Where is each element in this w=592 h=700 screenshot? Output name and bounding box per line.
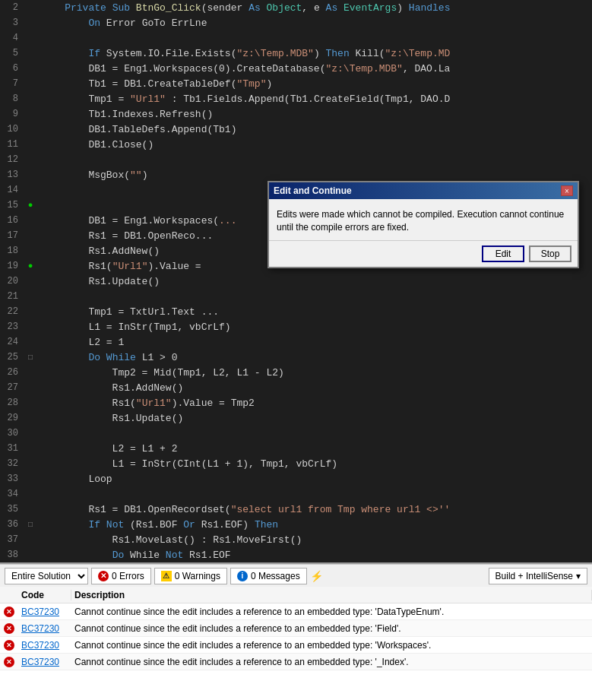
line-content: Do While L1 > 0 bbox=[38, 352, 592, 363]
error-description: Cannot continue since the edit includes … bbox=[71, 607, 592, 617]
line-number: 5 bbox=[0, 48, 23, 59]
warning-icon: ⚠ bbox=[161, 571, 172, 581]
line-number: 16 bbox=[0, 215, 23, 226]
table-row: 33 Loop bbox=[0, 471, 592, 486]
messages-button[interactable]: i 0 Messages bbox=[230, 568, 307, 584]
dialog-footer: Edit Stop bbox=[269, 241, 578, 267]
line-number: 4 bbox=[0, 33, 23, 43]
line-indicator: □ bbox=[23, 353, 38, 362]
edit-button[interactable]: Edit bbox=[482, 245, 524, 262]
error-code[interactable]: BC37230 bbox=[18, 623, 71, 634]
list-item[interactable]: ✕ BC37230 Cannot continue since the edit… bbox=[0, 620, 592, 637]
error-toolbar: Entire Solution ✕ 0 Errors ⚠ 0 Warnings … bbox=[0, 564, 592, 587]
table-row: 37 Rs1.MoveLast() : Rs1.MoveFirst() bbox=[0, 532, 592, 547]
table-row: 28 Rs1("Url1").Value = Tmp2 bbox=[0, 395, 592, 410]
line-content: If System.IO.File.Exists("z:\Temp.MDB") … bbox=[38, 48, 592, 59]
error-icon: ✕ bbox=[98, 571, 109, 581]
line-number: 37 bbox=[0, 534, 23, 545]
line-number: 18 bbox=[0, 245, 23, 256]
dialog-body: Edits were made which cannot be compiled… bbox=[269, 199, 578, 241]
line-content: Rs1("Url1").Value = Tmp2 bbox=[38, 398, 592, 409]
line-number: 13 bbox=[0, 169, 23, 180]
line-number: 22 bbox=[0, 306, 23, 317]
line-number: 27 bbox=[0, 382, 23, 393]
line-content: L2 = L1 + 2 bbox=[38, 443, 592, 455]
table-row: 31 L2 = L1 + 2 bbox=[0, 441, 592, 456]
table-row: 5 If System.IO.File.Exists("z:\Temp.MDB"… bbox=[0, 46, 592, 61]
table-row: 29 Rs1.Update() bbox=[0, 410, 592, 426]
table-row: 36□ If Not (Rs1.BOF Or Rs1.EOF) Then bbox=[0, 517, 592, 532]
list-item[interactable]: ✕ BC37230 Cannot continue since the edit… bbox=[0, 603, 592, 620]
build-label: Build + IntelliSense bbox=[495, 571, 573, 581]
error-list-panel: Entire Solution ✕ 0 Errors ⚠ 0 Warnings … bbox=[0, 562, 592, 700]
errors-label: 0 Errors bbox=[112, 571, 144, 581]
table-row: 12 bbox=[0, 152, 592, 167]
dialog-message: Edits were made which cannot be compiled… bbox=[277, 209, 564, 233]
line-content: Rs1.Update() bbox=[38, 413, 592, 424]
line-number: 38 bbox=[0, 550, 23, 560]
list-item[interactable]: ✕ BC37230 Cannot continue since the edit… bbox=[0, 637, 592, 654]
line-number: 21 bbox=[0, 291, 23, 302]
line-number: 17 bbox=[0, 230, 23, 241]
error-icon: ✕ bbox=[4, 657, 14, 667]
line-number: 7 bbox=[0, 78, 23, 89]
line-number: 25 bbox=[0, 352, 23, 363]
table-row: 38 Do While Not Rs1.EOF bbox=[0, 547, 592, 562]
line-content: Rs1 = DB1.OpenRecordset("select url1 fro… bbox=[38, 504, 592, 515]
dialog-close-button[interactable]: × bbox=[561, 185, 573, 196]
table-row: 3 On Error GoTo ErrLne bbox=[0, 15, 592, 30]
line-content: Rs1.Update() bbox=[38, 276, 592, 287]
errors-button[interactable]: ✕ 0 Errors bbox=[91, 568, 151, 584]
line-content: Do While Not Rs1.EOF bbox=[38, 550, 592, 561]
col-code-header[interactable]: Code bbox=[18, 590, 71, 600]
error-code[interactable]: BC37230 bbox=[18, 657, 71, 667]
line-number: 26 bbox=[0, 367, 23, 378]
line-number: 14 bbox=[0, 185, 23, 195]
line-content: Tmp1 = "Url1" : Tb1.Fields.Append(Tb1.Cr… bbox=[38, 93, 592, 105]
line-content: DB1 = Eng1.Workspaces(0).CreateDatabase(… bbox=[38, 63, 592, 74]
line-number: 8 bbox=[0, 93, 23, 104]
table-row: 8 Tmp1 = "Url1" : Tb1.Fields.Append(Tb1.… bbox=[0, 91, 592, 106]
build-intellisense-button[interactable]: Build + IntelliSense ▾ bbox=[489, 568, 587, 584]
table-row: 24 L2 = 1 bbox=[0, 334, 592, 350]
error-row-icon: ✕ bbox=[0, 607, 18, 617]
line-number: 12 bbox=[0, 154, 23, 165]
error-row-icon: ✕ bbox=[0, 640, 18, 651]
table-row: 2 Private Sub BtnGo_Click(sender As Obje… bbox=[0, 0, 592, 15]
error-code[interactable]: BC37230 bbox=[18, 607, 71, 617]
build-dropdown-icon: ▾ bbox=[576, 571, 581, 581]
line-content: Tmp2 = Mid(Tmp1, L2, L1 - L2) bbox=[38, 367, 592, 379]
table-row: 35 Rs1 = DB1.OpenRecordset("select url1 … bbox=[0, 502, 592, 517]
warnings-label: 0 Warnings bbox=[175, 571, 220, 581]
line-number: 36 bbox=[0, 519, 23, 530]
stop-button[interactable]: Stop bbox=[529, 245, 571, 262]
error-code[interactable]: BC37230 bbox=[18, 640, 71, 651]
line-content: L1 = InStr(Tmp1, vbCrLf) bbox=[38, 321, 592, 333]
line-number: 23 bbox=[0, 321, 23, 332]
line-number: 20 bbox=[0, 276, 23, 287]
error-icon: ✕ bbox=[4, 640, 14, 651]
table-row: 25□ Do While L1 > 0 bbox=[0, 350, 592, 365]
table-row: 22 Tmp1 = TxtUrl.Text ... bbox=[0, 304, 592, 319]
line-content: Rs1.AddNew() bbox=[38, 382, 592, 394]
table-row: 27 Rs1.AddNew() bbox=[0, 380, 592, 395]
line-content: Private Sub BtnGo_Click(sender As Object… bbox=[38, 2, 592, 14]
error-row-icon: ✕ bbox=[0, 657, 18, 667]
line-number: 28 bbox=[0, 398, 23, 408]
col-desc-header[interactable]: Description bbox=[71, 590, 592, 600]
edit-continue-dialog[interactable]: Edit and Continue × Edits were made whic… bbox=[268, 181, 579, 268]
line-number: 3 bbox=[0, 17, 23, 28]
table-row: 34 bbox=[0, 486, 592, 502]
line-content: DB1.TableDefs.Append(Tb1) bbox=[38, 124, 592, 135]
line-content: If Not (Rs1.BOF Or Rs1.EOF) Then bbox=[38, 519, 592, 531]
line-number: 24 bbox=[0, 337, 23, 347]
table-row: 20 Rs1.Update() bbox=[0, 274, 592, 289]
line-number: 30 bbox=[0, 428, 23, 439]
scope-select[interactable]: Entire Solution bbox=[5, 568, 88, 584]
table-row: 26 Tmp2 = Mid(Tmp1, L2, L1 - L2) bbox=[0, 365, 592, 380]
warnings-button[interactable]: ⚠ 0 Warnings bbox=[154, 568, 227, 584]
line-content: L1 = InStr(CInt(L1 + 1), Tmp1, vbCrLf) bbox=[38, 458, 592, 470]
line-content: Rs1.MoveLast() : Rs1.MoveFirst() bbox=[38, 534, 592, 546]
code-editor: 2 Private Sub BtnGo_Click(sender As Obje… bbox=[0, 0, 592, 562]
list-item[interactable]: ✕ BC37230 Cannot continue since the edit… bbox=[0, 654, 592, 670]
